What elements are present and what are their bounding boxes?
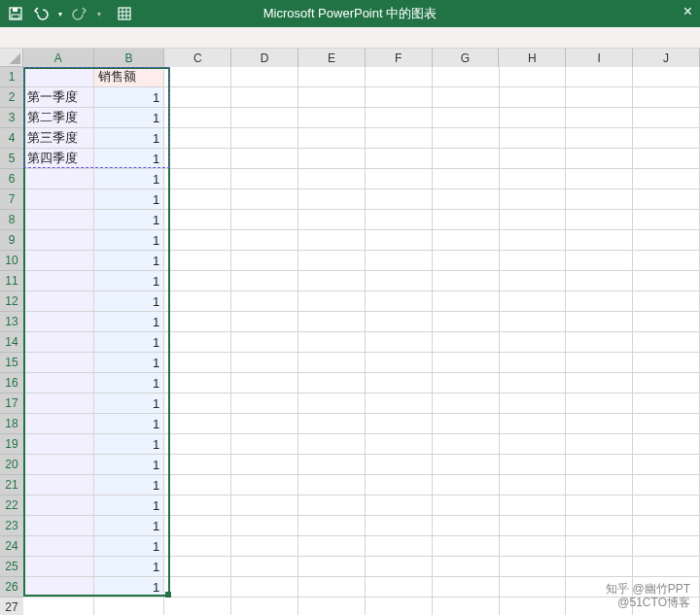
cell-B25[interactable]: 1 xyxy=(94,557,165,577)
cell-J15[interactable] xyxy=(633,353,700,373)
cell-grid[interactable]: 销售额第一季度1第二季度1第三季度1第四季度111111111111111111… xyxy=(23,67,700,615)
cell-D24[interactable] xyxy=(231,536,298,557)
cell-B17[interactable]: 1 xyxy=(94,393,165,414)
cell-E15[interactable] xyxy=(298,353,366,373)
row-header-10[interactable]: 10 xyxy=(0,251,23,271)
cell-C1[interactable] xyxy=(164,67,231,87)
cell-E11[interactable] xyxy=(298,271,366,291)
cell-E1[interactable] xyxy=(298,67,366,87)
cell-D1[interactable] xyxy=(231,67,298,87)
cell-B9[interactable]: 1 xyxy=(94,230,165,251)
row-header-26[interactable]: 26 xyxy=(0,577,23,598)
cell-H13[interactable] xyxy=(500,312,567,332)
cell-A25[interactable] xyxy=(23,557,94,577)
cell-F15[interactable] xyxy=(366,353,433,373)
cell-D5[interactable] xyxy=(231,149,298,169)
cell-C24[interactable] xyxy=(164,536,231,557)
cell-F24[interactable] xyxy=(366,536,433,557)
cell-E19[interactable] xyxy=(298,434,366,455)
cell-H14[interactable] xyxy=(500,332,567,353)
cell-I13[interactable] xyxy=(566,312,633,332)
row-header-16[interactable]: 16 xyxy=(0,373,23,393)
cell-J23[interactable] xyxy=(633,516,700,536)
cell-F11[interactable] xyxy=(366,271,433,291)
edit-data-icon[interactable] xyxy=(117,6,132,21)
cell-D11[interactable] xyxy=(231,271,298,291)
cell-B18[interactable]: 1 xyxy=(94,414,165,434)
cell-B5[interactable]: 1 xyxy=(94,149,165,169)
cell-C21[interactable] xyxy=(164,475,231,495)
cell-J10[interactable] xyxy=(633,251,700,271)
row-header-23[interactable]: 23 xyxy=(0,516,23,536)
cell-J21[interactable] xyxy=(633,475,700,495)
column-header-G[interactable]: G xyxy=(433,49,500,67)
cell-F16[interactable] xyxy=(366,373,433,393)
cell-J3[interactable] xyxy=(633,108,700,128)
cell-D25[interactable] xyxy=(231,557,298,577)
cell-G11[interactable] xyxy=(433,271,500,291)
cell-H20[interactable] xyxy=(500,455,567,475)
cell-J22[interactable] xyxy=(633,495,700,516)
cell-H12[interactable] xyxy=(500,291,567,312)
cell-J1[interactable] xyxy=(633,67,700,87)
cell-A1[interactable] xyxy=(23,67,94,87)
cell-I1[interactable] xyxy=(566,67,633,87)
cell-D17[interactable] xyxy=(231,393,298,414)
cell-H5[interactable] xyxy=(500,149,567,169)
cell-F17[interactable] xyxy=(366,393,433,414)
cell-G26[interactable] xyxy=(433,577,500,598)
cell-G16[interactable] xyxy=(433,373,500,393)
cell-D8[interactable] xyxy=(231,210,298,230)
cell-B2[interactable]: 1 xyxy=(94,87,165,108)
cell-B24[interactable]: 1 xyxy=(94,536,165,557)
cell-G7[interactable] xyxy=(433,189,500,210)
cell-C9[interactable] xyxy=(164,230,231,251)
cell-A10[interactable] xyxy=(23,251,94,271)
cell-G8[interactable] xyxy=(433,210,500,230)
cell-E14[interactable] xyxy=(298,332,366,353)
cell-G1[interactable] xyxy=(433,67,500,87)
row-header-5[interactable]: 5 xyxy=(0,149,23,169)
cell-H22[interactable] xyxy=(500,495,567,516)
redo-dropdown-icon[interactable]: ▾ xyxy=(97,10,101,18)
column-header-E[interactable]: E xyxy=(298,49,366,67)
cell-A5[interactable]: 第四季度 xyxy=(23,149,94,169)
cell-F1[interactable] xyxy=(366,67,433,87)
cell-J19[interactable] xyxy=(633,434,700,455)
cell-B19[interactable]: 1 xyxy=(94,434,165,455)
cell-H25[interactable] xyxy=(500,557,567,577)
cell-G5[interactable] xyxy=(433,149,500,169)
cell-I9[interactable] xyxy=(566,230,633,251)
cell-B4[interactable]: 1 xyxy=(94,128,165,149)
cell-I19[interactable] xyxy=(566,434,633,455)
save-icon[interactable] xyxy=(8,6,23,21)
cell-D23[interactable] xyxy=(231,516,298,536)
cell-D9[interactable] xyxy=(231,230,298,251)
cell-B20[interactable]: 1 xyxy=(94,455,165,475)
row-header-27[interactable]: 27 xyxy=(0,598,23,615)
column-header-A[interactable]: A xyxy=(23,49,94,67)
cell-I10[interactable] xyxy=(566,251,633,271)
cell-B7[interactable]: 1 xyxy=(94,189,165,210)
cell-I18[interactable] xyxy=(566,414,633,434)
cell-F22[interactable] xyxy=(366,495,433,516)
cell-F25[interactable] xyxy=(366,557,433,577)
cell-C13[interactable] xyxy=(164,312,231,332)
cell-H1[interactable] xyxy=(500,67,567,87)
cell-I21[interactable] xyxy=(566,475,633,495)
cell-E21[interactable] xyxy=(298,475,366,495)
cell-A26[interactable] xyxy=(23,577,94,598)
cell-C4[interactable] xyxy=(164,128,231,149)
cell-C20[interactable] xyxy=(164,455,231,475)
undo-icon[interactable] xyxy=(33,6,49,21)
cell-B6[interactable]: 1 xyxy=(94,169,165,189)
cell-G6[interactable] xyxy=(433,169,500,189)
cell-E6[interactable] xyxy=(298,169,366,189)
column-header-F[interactable]: F xyxy=(366,49,433,67)
column-header-J[interactable]: J xyxy=(633,49,700,67)
cell-C6[interactable] xyxy=(164,169,231,189)
cell-J2[interactable] xyxy=(633,87,700,108)
cell-F2[interactable] xyxy=(366,87,433,108)
cell-D13[interactable] xyxy=(231,312,298,332)
column-header-I[interactable]: I xyxy=(566,49,633,67)
